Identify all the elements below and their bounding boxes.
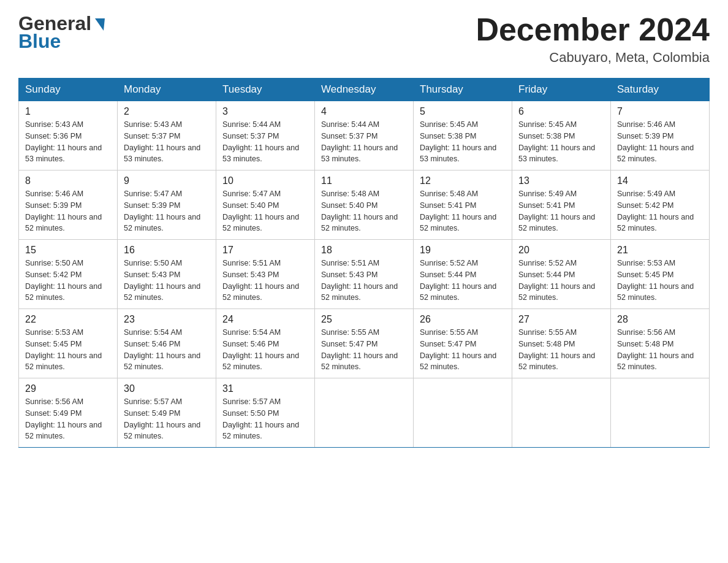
day-cell: 26 Sunrise: 5:55 AM Sunset: 5:47 PM Dayl…	[414, 309, 512, 378]
day-cell: 16 Sunrise: 5:50 AM Sunset: 5:43 PM Dayl…	[118, 240, 216, 309]
logo-icon-area	[93, 18, 105, 29]
day-number: 7	[617, 106, 703, 117]
day-number: 5	[420, 106, 506, 117]
day-number: 31	[222, 383, 308, 394]
day-info: Sunrise: 5:50 AM Sunset: 5:42 PM Dayligh…	[25, 258, 111, 304]
day-info: Sunrise: 5:57 AM Sunset: 5:50 PM Dayligh…	[222, 396, 308, 442]
day-header-tuesday: Tuesday	[216, 79, 315, 101]
day-number: 10	[222, 175, 308, 186]
day-cell: 21 Sunrise: 5:53 AM Sunset: 5:45 PM Dayl…	[611, 240, 710, 309]
week-row-2: 8 Sunrise: 5:46 AM Sunset: 5:39 PM Dayli…	[19, 170, 710, 240]
day-cell: 18 Sunrise: 5:51 AM Sunset: 5:43 PM Dayl…	[315, 240, 414, 309]
day-cell: 23 Sunrise: 5:54 AM Sunset: 5:46 PM Dayl…	[118, 309, 216, 378]
logo-arrow-icon	[95, 18, 105, 31]
day-cell: 7 Sunrise: 5:46 AM Sunset: 5:39 PM Dayli…	[611, 101, 710, 170]
day-cell: 2 Sunrise: 5:43 AM Sunset: 5:37 PM Dayli…	[118, 101, 216, 170]
day-cell: 14 Sunrise: 5:49 AM Sunset: 5:42 PM Dayl…	[611, 170, 710, 240]
day-info: Sunrise: 5:53 AM Sunset: 5:45 PM Dayligh…	[617, 258, 703, 304]
day-cell: 4 Sunrise: 5:44 AM Sunset: 5:37 PM Dayli…	[315, 101, 414, 170]
day-number: 12	[420, 175, 506, 186]
day-cell: 27 Sunrise: 5:55 AM Sunset: 5:48 PM Dayl…	[512, 309, 611, 378]
day-info: Sunrise: 5:54 AM Sunset: 5:46 PM Dayligh…	[222, 327, 308, 373]
day-number: 26	[420, 314, 506, 325]
day-cell: 25 Sunrise: 5:55 AM Sunset: 5:47 PM Dayl…	[315, 309, 414, 378]
day-number: 24	[222, 314, 308, 325]
day-number: 18	[321, 245, 407, 256]
day-info: Sunrise: 5:43 AM Sunset: 5:36 PM Dayligh…	[25, 119, 111, 165]
day-info: Sunrise: 5:47 AM Sunset: 5:40 PM Dayligh…	[222, 188, 308, 234]
day-info: Sunrise: 5:55 AM Sunset: 5:47 PM Dayligh…	[321, 327, 407, 373]
day-cell: 13 Sunrise: 5:49 AM Sunset: 5:41 PM Dayl…	[512, 170, 611, 240]
day-cell	[611, 378, 710, 448]
day-info: Sunrise: 5:55 AM Sunset: 5:48 PM Dayligh…	[518, 327, 604, 373]
header-row: SundayMondayTuesdayWednesdayThursdayFrid…	[19, 79, 710, 101]
day-cell: 31 Sunrise: 5:57 AM Sunset: 5:50 PM Dayl…	[216, 378, 315, 448]
day-cell	[315, 378, 414, 448]
day-number: 14	[617, 175, 703, 186]
day-cell: 28 Sunrise: 5:56 AM Sunset: 5:48 PM Dayl…	[611, 309, 710, 378]
logo-blue-area: Blue	[18, 30, 61, 53]
day-number: 1	[25, 106, 111, 117]
day-header-saturday: Saturday	[611, 79, 710, 101]
day-info: Sunrise: 5:53 AM Sunset: 5:45 PM Dayligh…	[25, 327, 111, 373]
day-number: 16	[124, 245, 210, 256]
day-number: 19	[420, 245, 506, 256]
day-cell: 22 Sunrise: 5:53 AM Sunset: 5:45 PM Dayl…	[19, 309, 118, 378]
day-info: Sunrise: 5:44 AM Sunset: 5:37 PM Dayligh…	[321, 119, 407, 165]
day-number: 20	[518, 245, 604, 256]
day-info: Sunrise: 5:49 AM Sunset: 5:41 PM Dayligh…	[518, 188, 604, 234]
day-number: 6	[518, 106, 604, 117]
day-number: 30	[124, 383, 210, 394]
day-cell: 1 Sunrise: 5:43 AM Sunset: 5:36 PM Dayli…	[19, 101, 118, 170]
day-info: Sunrise: 5:43 AM Sunset: 5:37 PM Dayligh…	[124, 119, 210, 165]
day-number: 22	[25, 314, 111, 325]
day-number: 13	[518, 175, 604, 186]
day-cell: 17 Sunrise: 5:51 AM Sunset: 5:43 PM Dayl…	[216, 240, 315, 309]
day-cell	[414, 378, 512, 448]
day-cell: 6 Sunrise: 5:45 AM Sunset: 5:38 PM Dayli…	[512, 101, 611, 170]
calendar-table: SundayMondayTuesdayWednesdayThursdayFrid…	[18, 78, 710, 448]
day-info: Sunrise: 5:48 AM Sunset: 5:41 PM Dayligh…	[420, 188, 506, 234]
day-info: Sunrise: 5:44 AM Sunset: 5:37 PM Dayligh…	[222, 119, 308, 165]
day-header-sunday: Sunday	[19, 79, 118, 101]
month-title: December 2024	[476, 12, 710, 47]
day-number: 11	[321, 175, 407, 186]
week-row-4: 22 Sunrise: 5:53 AM Sunset: 5:45 PM Dayl…	[19, 309, 710, 378]
day-number: 17	[222, 245, 308, 256]
day-cell: 24 Sunrise: 5:54 AM Sunset: 5:46 PM Dayl…	[216, 309, 315, 378]
day-info: Sunrise: 5:46 AM Sunset: 5:39 PM Dayligh…	[25, 188, 111, 234]
day-header-thursday: Thursday	[414, 79, 512, 101]
day-info: Sunrise: 5:56 AM Sunset: 5:49 PM Dayligh…	[25, 396, 111, 442]
day-info: Sunrise: 5:51 AM Sunset: 5:43 PM Dayligh…	[321, 258, 407, 304]
day-number: 3	[222, 106, 308, 117]
page-header: General Blue December 2024 Cabuyaro, Met…	[18, 12, 710, 66]
day-number: 15	[25, 245, 111, 256]
day-cell: 10 Sunrise: 5:47 AM Sunset: 5:40 PM Dayl…	[216, 170, 315, 240]
day-info: Sunrise: 5:54 AM Sunset: 5:46 PM Dayligh…	[124, 327, 210, 373]
day-number: 8	[25, 175, 111, 186]
day-number: 23	[124, 314, 210, 325]
day-number: 28	[617, 314, 703, 325]
logo-blue-text: Blue	[18, 30, 61, 52]
day-info: Sunrise: 5:55 AM Sunset: 5:47 PM Dayligh…	[420, 327, 506, 373]
day-info: Sunrise: 5:50 AM Sunset: 5:43 PM Dayligh…	[124, 258, 210, 304]
day-number: 25	[321, 314, 407, 325]
day-cell: 5 Sunrise: 5:45 AM Sunset: 5:38 PM Dayli…	[414, 101, 512, 170]
day-cell: 8 Sunrise: 5:46 AM Sunset: 5:39 PM Dayli…	[19, 170, 118, 240]
logo: General Blue	[18, 12, 105, 53]
day-cell: 29 Sunrise: 5:56 AM Sunset: 5:49 PM Dayl…	[19, 378, 118, 448]
day-header-monday: Monday	[118, 79, 216, 101]
day-info: Sunrise: 5:52 AM Sunset: 5:44 PM Dayligh…	[420, 258, 506, 304]
day-cell: 20 Sunrise: 5:52 AM Sunset: 5:44 PM Dayl…	[512, 240, 611, 309]
day-info: Sunrise: 5:52 AM Sunset: 5:44 PM Dayligh…	[518, 258, 604, 304]
day-cell: 12 Sunrise: 5:48 AM Sunset: 5:41 PM Dayl…	[414, 170, 512, 240]
day-cell: 19 Sunrise: 5:52 AM Sunset: 5:44 PM Dayl…	[414, 240, 512, 309]
title-section: December 2024 Cabuyaro, Meta, Colombia	[476, 12, 710, 66]
week-row-1: 1 Sunrise: 5:43 AM Sunset: 5:36 PM Dayli…	[19, 101, 710, 170]
day-info: Sunrise: 5:46 AM Sunset: 5:39 PM Dayligh…	[617, 119, 703, 165]
day-cell: 3 Sunrise: 5:44 AM Sunset: 5:37 PM Dayli…	[216, 101, 315, 170]
day-header-friday: Friday	[512, 79, 611, 101]
day-number: 29	[25, 383, 111, 394]
day-info: Sunrise: 5:48 AM Sunset: 5:40 PM Dayligh…	[321, 188, 407, 234]
day-info: Sunrise: 5:57 AM Sunset: 5:49 PM Dayligh…	[124, 396, 210, 442]
